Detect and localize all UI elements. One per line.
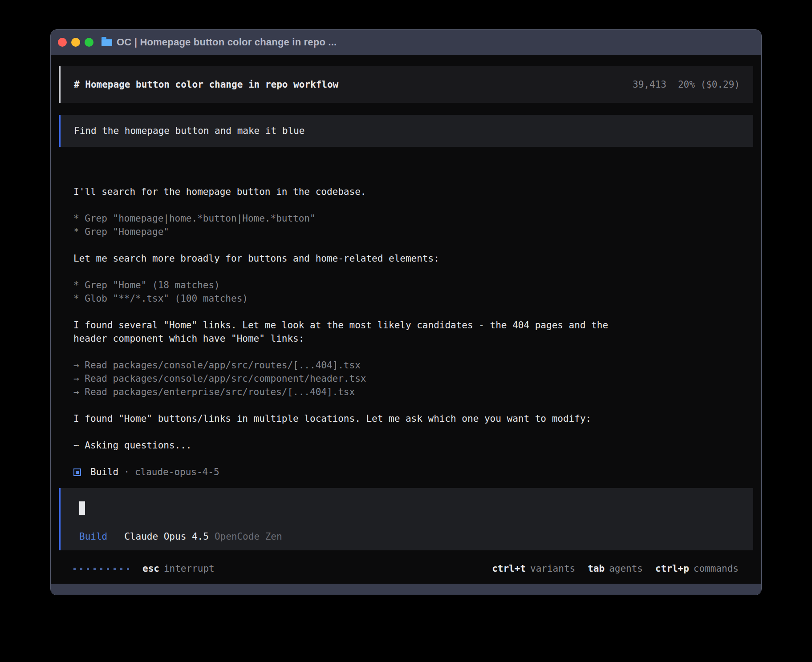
hint-label: agents	[609, 563, 643, 574]
separator-dot: ·	[124, 467, 130, 477]
terminal-content: # Homepage button color change in repo w…	[51, 55, 761, 584]
text-cursor	[79, 501, 85, 515]
tool-call-line: * Grep "homepage|home.*button|Home.*butt…	[73, 212, 739, 225]
user-message-text: Find the homepage button and make it blu…	[74, 125, 304, 136]
context-usage-cost: 20% ($0.29)	[678, 79, 740, 90]
assistant-text-line: I found "Home" buttons/links in multiple…	[73, 412, 739, 425]
spinner-icon	[73, 568, 129, 570]
agent-name: Build	[90, 467, 118, 477]
hotkey-hint: ctrl+p commands	[655, 563, 739, 574]
zoom-button[interactable]	[85, 38, 93, 47]
terminal-window: OC | Homepage button color change in rep…	[50, 29, 762, 595]
folder-icon	[102, 39, 112, 46]
hint-key: ctrl+t	[492, 563, 526, 574]
traffic-lights	[58, 38, 93, 47]
input-footer: Build Claude Opus 4.5 OpenCode Zen	[79, 530, 735, 543]
input-agent-badge: Build	[79, 530, 107, 543]
hotkey-hint: ctrl+t variants	[492, 563, 575, 574]
window-bottom-strip	[51, 584, 761, 595]
token-count: 39,413	[633, 79, 666, 90]
assistant-text-line: header component which have "Home" links…	[73, 332, 739, 345]
blank-line	[73, 198, 739, 212]
assistant-text-line: I'll search for the homepage button in t…	[73, 185, 739, 198]
blank-line	[73, 345, 739, 359]
assistant-transcript: I'll search for the homepage button in t…	[73, 185, 739, 452]
tool-call-line: → Read packages/console/app/src/componen…	[73, 372, 739, 385]
hint-key: tab	[588, 563, 605, 574]
status-text-line: ~ Asking questions...	[73, 439, 739, 452]
blank-line	[73, 399, 739, 412]
agent-model: claude-opus-4-5	[135, 467, 219, 477]
session-stats: 39,413 20% ($0.29)	[633, 79, 740, 90]
session-header: # Homepage button color change in repo w…	[59, 66, 753, 103]
hotkey-hint: tab agents	[588, 563, 643, 574]
tool-call-line: → Read packages/console/app/src/routes/[…	[73, 359, 739, 372]
prompt-input[interactable]: Build Claude Opus 4.5 OpenCode Zen	[59, 488, 753, 550]
esc-key-hint: esc	[142, 563, 159, 574]
tool-call-line: → Read packages/enterprise/src/routes/[.…	[73, 385, 739, 399]
input-model-label: Claude Opus 4.5	[124, 530, 209, 543]
window-title: OC | Homepage button color change in rep…	[117, 36, 337, 48]
window-titlebar[interactable]: OC | Homepage button color change in rep…	[51, 30, 761, 55]
tool-call-line: * Grep "Home" (18 matches)	[73, 279, 739, 292]
hotkey-hints: ctrl+t variants tab agents ctrl+p comman…	[479, 563, 739, 574]
blank-line	[73, 238, 739, 252]
hint-label: commands	[694, 563, 739, 574]
tool-call-line: * Glob "**/*.tsx" (100 matches)	[73, 292, 739, 305]
build-status-icon	[73, 468, 81, 476]
assistant-text-line: Let me search more broadly for buttons a…	[73, 252, 739, 265]
hint-key: ctrl+p	[655, 563, 689, 574]
input-line[interactable]	[79, 501, 735, 515]
hint-label: variants	[530, 563, 575, 574]
agent-status-row: Build · claude-opus-4-5	[73, 465, 739, 479]
close-button[interactable]	[58, 38, 67, 47]
minimize-button[interactable]	[71, 38, 80, 47]
session-title: # Homepage button color change in repo w…	[74, 79, 338, 90]
tool-call-line: * Grep "Homepage"	[73, 225, 739, 238]
status-bar: esc interrupt ctrl+t variants tab agents…	[73, 562, 739, 575]
assistant-text-line: I found several "Home" links. Let me loo…	[73, 319, 739, 332]
user-message: Find the homepage button and make it blu…	[59, 115, 753, 147]
esc-key-label: interrupt	[164, 563, 215, 574]
blank-line	[73, 425, 739, 439]
blank-line	[73, 305, 739, 319]
input-provider-label: OpenCode Zen	[215, 530, 282, 543]
blank-line	[73, 265, 739, 279]
